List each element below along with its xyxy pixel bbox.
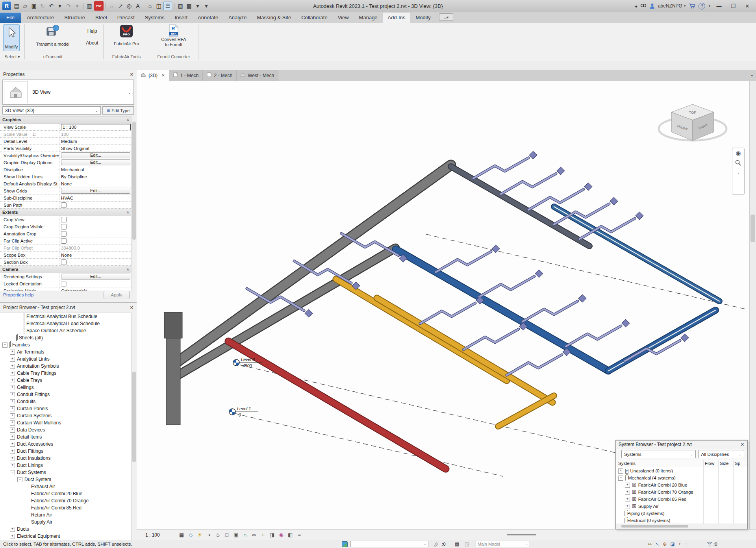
edit-button[interactable]: Edit... bbox=[61, 152, 130, 158]
expand-icon[interactable]: + bbox=[618, 468, 623, 474]
tag-by-category-icon[interactable]: ◎ bbox=[125, 2, 133, 10]
reveal-hidden-elements-icon[interactable]: ○ bbox=[259, 531, 267, 539]
crop-view-icon[interactable]: □ bbox=[223, 531, 231, 539]
air-diffuser[interactable] bbox=[610, 197, 618, 205]
rendering-dialog-icon[interactable]: ♨ bbox=[214, 531, 222, 539]
view-tab-west-mech[interactable]: West - Mech bbox=[237, 70, 278, 81]
expand-icon[interactable]: + bbox=[10, 435, 15, 440]
properties-section-camera[interactable]: Camera∧ bbox=[0, 266, 132, 273]
system-row-piping-0-systems[interactable]: Piping (0 systems) bbox=[616, 510, 747, 517]
section-icon[interactable]: ◫ bbox=[155, 2, 163, 10]
viewport-vertical-scrollbar[interactable] bbox=[749, 81, 756, 529]
analytical-model-icon[interactable]: ◉ bbox=[278, 531, 285, 539]
worksharing-display-icon[interactable]: ▤ bbox=[455, 540, 459, 548]
branch-duct[interactable] bbox=[436, 252, 491, 272]
modify-button[interactable]: Modify bbox=[3, 24, 20, 51]
tree-item-sheets-all[interactable]: Sheets (all) bbox=[0, 334, 132, 341]
view-tabs-overflow-icon[interactable]: ▾ bbox=[748, 70, 756, 81]
expand-icon[interactable]: + bbox=[625, 504, 630, 509]
checkbox[interactable] bbox=[61, 217, 67, 222]
tree-item-analytical-links[interactable]: +Analytical Links bbox=[0, 355, 132, 363]
tab-add-ins[interactable]: Add-Ins bbox=[383, 13, 411, 23]
help-icon[interactable]: ? bbox=[699, 3, 705, 9]
system-row-electrical-0-systems[interactable]: Electrical (0 systems) bbox=[616, 517, 747, 524]
air-diffuser[interactable] bbox=[681, 334, 689, 342]
collapse-icon[interactable]: − bbox=[10, 470, 15, 475]
fabric-duct[interactable] bbox=[498, 396, 554, 426]
expand-icon[interactable]: + bbox=[10, 357, 15, 362]
level-elevation[interactable]: 4500 bbox=[243, 363, 252, 368]
tree-item-ducts[interactable]: +Ducts bbox=[0, 526, 132, 533]
expand-icon[interactable]: + bbox=[10, 442, 15, 447]
expand-icon[interactable]: + bbox=[10, 428, 15, 433]
expand-icon[interactable]: + bbox=[10, 406, 15, 411]
branch-duct[interactable] bbox=[566, 326, 621, 346]
air-diffuser[interactable] bbox=[578, 294, 586, 302]
checkbox[interactable] bbox=[61, 231, 67, 237]
tree-item-data-devices[interactable]: +Data Devices bbox=[0, 426, 132, 433]
air-diffuser[interactable] bbox=[557, 167, 565, 175]
tree-item-duct-accessories[interactable]: +Duct Accessories bbox=[0, 441, 132, 448]
editing-requests-icon[interactable] bbox=[433, 540, 439, 548]
checkbox[interactable] bbox=[61, 224, 67, 230]
edit-button[interactable]: Edit... bbox=[61, 188, 130, 194]
edit-type-button[interactable]: ⊞ Edit Type bbox=[102, 106, 134, 115]
redo-icon[interactable]: ↷ bbox=[65, 2, 72, 10]
tree-item-fabricair-combi-85-red[interactable]: FabricAir Combi 85 Red bbox=[0, 504, 132, 511]
tree-item-duct-linings[interactable]: +Duct Linings bbox=[0, 462, 132, 469]
tree-item-fabricair-combi-70-orange[interactable]: FabricAir Combi 70 Orange bbox=[0, 497, 132, 504]
properties-help-link[interactable]: Properties help bbox=[3, 293, 33, 297]
edit-button[interactable]: Edit... bbox=[61, 159, 130, 165]
tree-item-conduits[interactable]: +Conduits bbox=[0, 398, 132, 405]
level-label[interactable]: Level 1 bbox=[237, 406, 251, 411]
system-row-unassigned-0-items[interactable]: +?Unassigned (0 items) bbox=[616, 467, 747, 474]
expand-icon[interactable]: + bbox=[10, 420, 15, 426]
close-button[interactable]: ✕ bbox=[742, 3, 753, 9]
tab-annotate[interactable]: Annotate bbox=[193, 13, 223, 23]
system-row-supply-air[interactable]: +☒Supply Air bbox=[616, 503, 747, 510]
tree-item-duct-insulations[interactable]: +Duct Insulations bbox=[0, 455, 132, 462]
displacement-sets-icon[interactable]: ◧ bbox=[287, 531, 294, 539]
zoom-icon[interactable] bbox=[735, 160, 741, 167]
edit-button[interactable]: Edit... bbox=[61, 274, 130, 280]
worksets-icon[interactable] bbox=[342, 541, 348, 547]
expand-icon[interactable]: + bbox=[10, 364, 15, 369]
fabric-duct[interactable] bbox=[396, 249, 608, 371]
checkbox[interactable] bbox=[61, 259, 67, 265]
view-tab-3d[interactable]: {3D}✕ bbox=[137, 70, 169, 81]
tree-item-electrical-analytical-bus-schedule[interactable]: Electrical Analytical Bus Schedule bbox=[0, 313, 132, 320]
close-view-tab-icon[interactable]: ✕ bbox=[161, 73, 165, 78]
tab-structure[interactable]: Structure bbox=[59, 13, 90, 23]
tab-manage[interactable]: Manage bbox=[354, 13, 383, 23]
view-scale-input[interactable]: 1 : 100 bbox=[61, 124, 131, 130]
tab-architecture[interactable]: Architecture bbox=[22, 13, 59, 23]
expand-icon[interactable]: + bbox=[10, 449, 15, 454]
tree-item-electrical-analytical-load-schedule[interactable]: Electrical Analytical Load Schedule bbox=[0, 320, 132, 327]
select-links-icon[interactable]: ↦ bbox=[648, 541, 652, 547]
tree-item-curtain-systems[interactable]: +Curtain Systems bbox=[0, 412, 132, 419]
expand-icon[interactable]: + bbox=[10, 399, 15, 404]
select-panel-label[interactable]: Select ▾ bbox=[0, 54, 24, 60]
branch-duct[interactable] bbox=[479, 276, 534, 297]
revit-logo-icon[interactable]: R bbox=[2, 2, 11, 10]
expand-icon[interactable]: + bbox=[10, 371, 15, 376]
save-icon[interactable]: ▣ bbox=[30, 2, 38, 10]
temporary-view-properties-icon[interactable]: ◨ bbox=[269, 531, 276, 539]
apply-button[interactable]: Apply bbox=[104, 291, 130, 299]
properties-toggle-icon[interactable]: ▤ bbox=[13, 2, 20, 10]
checkbox[interactable] bbox=[61, 238, 67, 244]
branch-duct[interactable] bbox=[420, 303, 475, 324]
store-cart-icon[interactable] bbox=[689, 3, 695, 9]
lock-3d-view-icon[interactable]: ∩ bbox=[241, 531, 249, 539]
system-browser-hscrollbar[interactable] bbox=[616, 524, 747, 529]
expand-icon[interactable]: + bbox=[10, 456, 15, 461]
tab-modify[interactable]: Modify bbox=[410, 13, 435, 23]
undo-dropdown-icon[interactable]: ▾ bbox=[56, 2, 64, 10]
branch-duct[interactable] bbox=[507, 355, 562, 375]
structural-beam[interactable] bbox=[178, 248, 395, 375]
checkbox[interactable] bbox=[61, 202, 67, 208]
collapse-icon[interactable]: − bbox=[2, 342, 7, 348]
collapse-icon[interactable]: − bbox=[618, 476, 623, 481]
tree-item-duct-fittings[interactable]: +Duct Fittings bbox=[0, 448, 132, 455]
aligned-dimension-icon[interactable]: ↗ bbox=[117, 2, 124, 10]
